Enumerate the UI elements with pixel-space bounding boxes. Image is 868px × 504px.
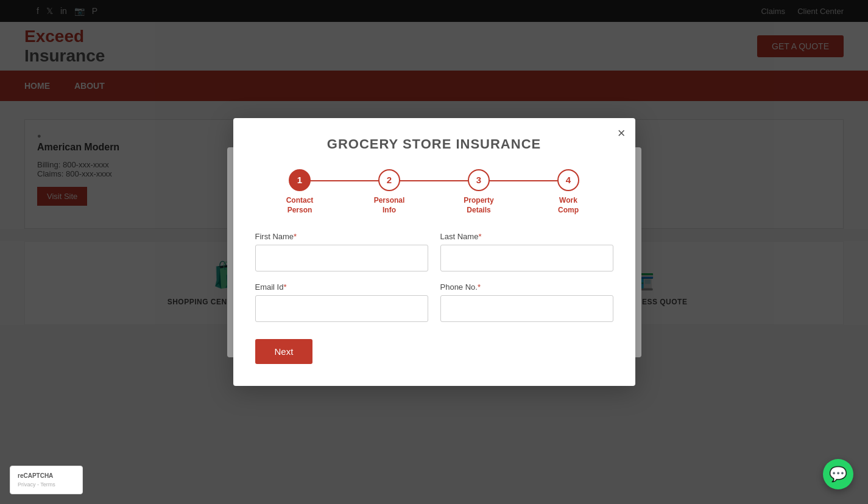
step-3-circle: 3 <box>468 169 490 191</box>
step-indicator: 1 ContactPerson 2 PersonalInfo 3 Propert… <box>255 169 613 215</box>
last-name-input[interactable] <box>440 245 613 271</box>
step-2-line <box>389 180 479 181</box>
email-input[interactable] <box>255 295 428 322</box>
form-group-first-name: First Name* <box>255 232 428 271</box>
recaptcha-widget: reCAPTCHA Privacy - Terms <box>10 466 83 494</box>
first-name-input[interactable] <box>255 245 428 271</box>
first-name-label: First Name* <box>255 232 428 241</box>
step-1: 1 ContactPerson <box>255 169 345 215</box>
next-button[interactable]: Next <box>255 339 313 364</box>
step-4-circle: 4 <box>557 169 579 191</box>
step-3-line <box>479 180 568 181</box>
form-row-name: First Name* Last Name* <box>255 232 613 271</box>
step-2-label: PersonalInfo <box>374 196 405 215</box>
email-label: Email Id* <box>255 282 428 292</box>
whatsapp-fab[interactable]: 💬 <box>823 459 853 489</box>
inner-modal: × GROCERY STORE INSURANCE 1 ContactPerso… <box>233 118 635 386</box>
step-4: 4 WorkComp <box>524 169 613 215</box>
phone-input[interactable] <box>440 295 613 322</box>
step-3: 3 PropertyDetails <box>434 169 524 215</box>
step-2-circle: 2 <box>378 169 400 191</box>
step-1-circle: 1 <box>289 169 311 191</box>
step-2: 2 PersonalInfo <box>345 169 434 215</box>
step-4-label: WorkComp <box>558 196 579 215</box>
inner-modal-overlay: × GROCERY STORE INSURANCE 1 ContactPerso… <box>0 0 868 504</box>
inner-modal-close-button[interactable]: × <box>618 125 626 141</box>
form-group-last-name: Last Name* <box>440 232 613 271</box>
form-group-email: Email Id* <box>255 282 428 322</box>
form-row-contact: Email Id* Phone No.* <box>255 282 613 322</box>
step-1-line <box>300 180 389 181</box>
recaptcha-links: Privacy - Terms <box>18 481 75 488</box>
last-name-label: Last Name* <box>440 232 613 241</box>
step-1-label: ContactPerson <box>286 196 314 215</box>
phone-label: Phone No.* <box>440 282 613 292</box>
whatsapp-icon: 💬 <box>829 466 847 483</box>
form-group-phone: Phone No.* <box>440 282 613 322</box>
step-3-label: PropertyDetails <box>464 196 493 215</box>
inner-modal-title: GROCERY STORE INSURANCE <box>255 136 613 152</box>
